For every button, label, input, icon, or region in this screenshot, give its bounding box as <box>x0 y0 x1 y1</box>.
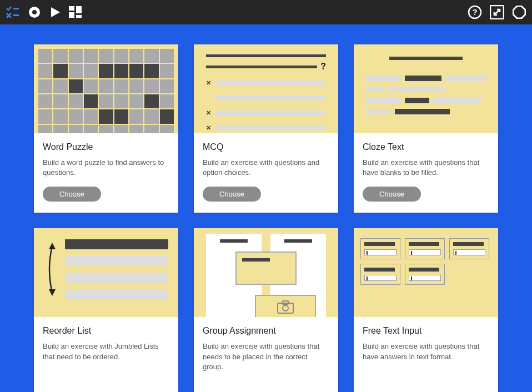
toolbar-right: ? <box>468 5 526 19</box>
card-cloze-text: Cloze Text Build an exercise with questi… <box>354 44 498 213</box>
card-desc: Build an exercise with questions and opt… <box>203 158 329 178</box>
illustration-free-text <box>354 228 498 317</box>
svg-point-13 <box>283 305 288 311</box>
play-icon[interactable] <box>49 6 61 18</box>
card-group-assignment: Group Assignment Build an exercise with … <box>194 228 338 392</box>
illustration-mcq: ? ✕ ✕ ✕ ✕ <box>194 44 338 133</box>
card-desc: Build an exercise with Jumbled Lists tha… <box>43 341 169 361</box>
svg-text:?: ? <box>472 7 477 17</box>
card-title: MCQ <box>203 142 329 152</box>
card-desc: Build an exercise with questions that ne… <box>203 341 329 372</box>
card-reorder-list: Reorder List Build an exercise with Jumb… <box>34 228 178 392</box>
card-desc: Build an exercise with questions that ha… <box>363 341 489 361</box>
fullscreen-icon[interactable] <box>490 5 504 19</box>
svg-rect-4 <box>69 6 74 11</box>
choose-button[interactable]: Choose <box>363 187 421 202</box>
card-title: Group Assignment <box>203 326 329 336</box>
record-icon[interactable] <box>28 6 41 19</box>
illustration-word-puzzle <box>34 44 178 133</box>
card-title: Reorder List <box>43 326 169 336</box>
svg-rect-1 <box>13 14 19 16</box>
svg-rect-7 <box>76 15 82 18</box>
svg-rect-5 <box>76 6 82 13</box>
card-mcq: ? ✕ ✕ ✕ ✕ MCQ Build an exercise with que… <box>194 44 338 213</box>
svg-rect-0 <box>13 8 19 9</box>
choose-button[interactable]: Choose <box>43 187 101 202</box>
checklist-icon[interactable] <box>6 6 20 19</box>
card-free-text-input: Free Text Input Build an exercise with q… <box>354 228 498 392</box>
svg-rect-6 <box>69 12 74 18</box>
card-grid: Word Puzzle Build a word puzzle to find … <box>0 24 532 392</box>
help-icon[interactable]: ? <box>468 5 482 19</box>
choose-button[interactable]: Choose <box>203 187 261 202</box>
stop-icon[interactable] <box>512 5 526 19</box>
card-title: Free Text Input <box>363 326 489 336</box>
illustration-cloze <box>354 44 498 133</box>
toolbar-left <box>6 6 82 19</box>
svg-point-3 <box>32 10 37 14</box>
illustration-group <box>194 228 338 317</box>
card-word-puzzle: Word Puzzle Build a word puzzle to find … <box>34 44 178 213</box>
card-title: Cloze Text <box>363 142 489 152</box>
grid-icon[interactable] <box>69 6 82 18</box>
toolbar: ? <box>0 0 532 24</box>
card-desc: Build an exercise with questions that ha… <box>363 158 489 178</box>
card-desc: Build a word puzzle to find answers to q… <box>43 158 169 178</box>
illustration-reorder <box>34 228 178 317</box>
card-title: Word Puzzle <box>43 142 169 152</box>
